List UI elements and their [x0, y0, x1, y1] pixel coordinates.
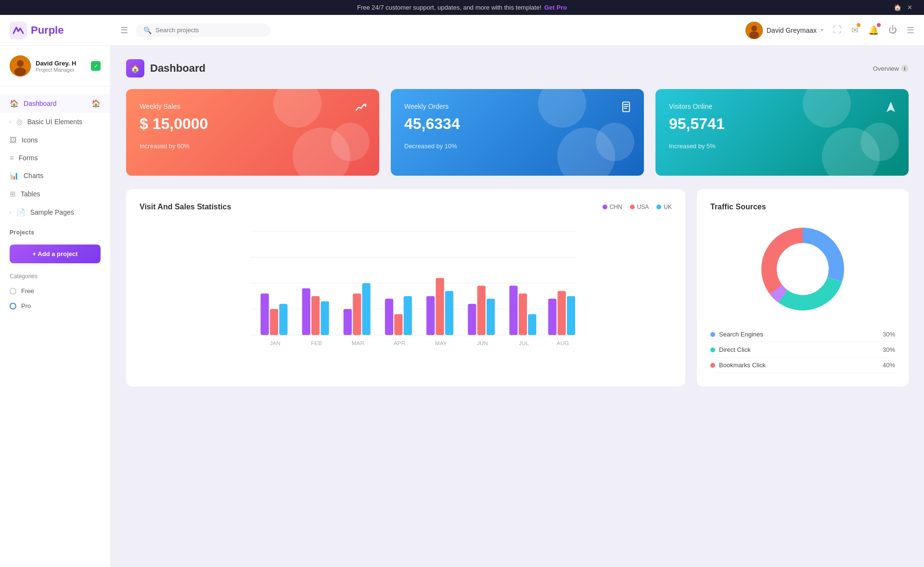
svg-rect-31 [436, 278, 444, 335]
legend-chn: CHN [603, 204, 622, 210]
page-header: 🏠 Dashboard Overview ℹ [126, 59, 909, 77]
logo-area: Purple [10, 22, 120, 39]
legend-label-usa: USA [637, 204, 649, 210]
category-pro[interactable]: Pro [0, 298, 110, 313]
user-area[interactable]: David Greymaax ▾ [745, 22, 823, 39]
svg-rect-18 [302, 288, 310, 335]
svg-rect-28 [404, 296, 412, 335]
overview-link[interactable]: Overview ℹ [873, 64, 909, 72]
sidebar-item-label: Icons [22, 136, 38, 144]
main-content: 🏠 Dashboard Overview ℹ [111, 46, 924, 567]
sidebar-item-basic-ui[interactable]: ‹ ◎ Basic UI Elements [0, 113, 110, 131]
sidebar-item-label: Tables [21, 190, 40, 198]
sidebar-item-dashboard[interactable]: 🏠 Dashboard 🏠 [0, 94, 110, 113]
chart-title: Visit And Sales Statistics [140, 203, 231, 211]
layout: David Grey. H Project Manager ✓ 🏠 Dashbo… [0, 46, 924, 567]
bell-badge [877, 23, 881, 27]
bookmarks-label: Bookmarks Click [719, 361, 766, 369]
sidebar-item-icons[interactable]: 🖼 Icons [0, 131, 110, 149]
add-project-button[interactable]: + Add a project [10, 245, 101, 263]
search-label: Search Engines [719, 331, 763, 338]
svg-rect-19 [311, 296, 320, 335]
donut-chart-header: Traffic Sources [710, 203, 895, 211]
bell-icon[interactable]: 🔔 [868, 25, 879, 36]
banner-home-icon[interactable]: 🏠 [894, 4, 901, 11]
svg-text:JUN: JUN [477, 340, 488, 347]
svg-rect-16 [279, 304, 287, 335]
legend-uk: UK [656, 204, 672, 210]
donut-chart-card: Traffic Sources [697, 189, 909, 387]
navbar-right: David Greymaax ▾ ⛶ ✉ 🔔 ⏻ ☰ [745, 22, 914, 39]
chart-header: Visit And Sales Statistics CHN USA UK [140, 203, 672, 211]
stat-label: Weekly Sales [140, 103, 366, 110]
svg-rect-22 [344, 309, 352, 335]
sidebar-item-label: Dashboard [24, 100, 57, 107]
stat-change: Increased by 5% [669, 142, 895, 150]
sidebar-item-sample-pages[interactable]: ‹ 📄 Sample Pages [0, 203, 110, 221]
legend-label-uk: UK [664, 204, 672, 210]
category-free[interactable]: Free [0, 284, 110, 298]
bar-chart-svg: JAN FEB MAR [140, 221, 672, 356]
navbar-center: ☰ 🔍 [120, 24, 745, 37]
svg-rect-34 [468, 304, 476, 335]
svg-rect-20 [321, 301, 329, 335]
avatar-img [745, 22, 763, 39]
mail-icon[interactable]: ✉ [851, 25, 859, 36]
chevron-down-icon: ▾ [821, 27, 823, 33]
fullscreen-icon[interactable]: ⛶ [833, 25, 842, 35]
image-icon: 🖼 [10, 136, 17, 144]
avatar [745, 22, 763, 39]
svg-text:MAR: MAR [352, 340, 364, 347]
stat-card-sales: Weekly Sales $ 15,0000 Increased by 60% [126, 89, 379, 176]
top-navbar: Purple ☰ 🔍 David Greymaax ▾ ⛶ ✉ � [0, 15, 924, 46]
category-label: Free [21, 287, 34, 295]
sidebar-item-forms[interactable]: ≡ Forms [0, 149, 110, 167]
user-profile: David Grey. H Project Manager ✓ [0, 55, 110, 87]
sidebar-item-label: Basic UI Elements [27, 118, 82, 126]
direct-dot [710, 348, 715, 352]
dashboard-icon-right: 🏠 [91, 99, 101, 108]
target-icon: ◎ [16, 117, 23, 126]
svg-rect-35 [477, 286, 486, 335]
profile-info: David Grey. H Project Manager [36, 60, 86, 73]
svg-rect-30 [426, 296, 435, 335]
svg-rect-38 [509, 286, 517, 335]
arrow-icon: ‹ [10, 119, 12, 125]
page-icon: 🏠 [126, 59, 144, 77]
search-pct: 30% [883, 331, 895, 338]
arrow-icon: ‹ [10, 209, 12, 215]
svg-point-6 [14, 67, 26, 76]
bookmarks-pct: 40% [883, 361, 895, 369]
legend-dot-chn [603, 205, 607, 209]
tables-icon: ⊞ [10, 190, 16, 198]
banner-close-icon[interactable]: ✕ [907, 4, 912, 11]
svg-rect-42 [548, 299, 556, 335]
profile-check: ✓ [91, 61, 101, 71]
get-pro-link[interactable]: Get Pro [544, 4, 567, 11]
list-icon[interactable]: ☰ [907, 25, 914, 36]
sidebar-item-charts[interactable]: 📊 Charts [0, 167, 110, 185]
chart-legend: CHN USA UK [603, 204, 672, 210]
legend-label-chn: CHN [610, 204, 622, 210]
svg-point-5 [17, 60, 24, 67]
bookmarks-dot [710, 363, 715, 368]
svg-rect-43 [558, 291, 566, 335]
svg-rect-14 [260, 294, 269, 335]
page-title-area: 🏠 Dashboard [126, 59, 205, 77]
mail-badge [857, 23, 860, 27]
hamburger-icon[interactable]: ☰ [120, 25, 128, 36]
card-decoration [331, 123, 370, 161]
svg-rect-36 [487, 299, 495, 335]
bar-chart-card: Visit And Sales Statistics CHN USA UK [126, 189, 685, 387]
sidebar-item-tables[interactable]: ⊞ Tables [0, 185, 110, 203]
legend-dot-uk [656, 205, 661, 209]
user-name: David Greymaax [767, 26, 817, 34]
traffic-item-bookmarks: Bookmarks Click 40% [710, 358, 895, 373]
search-input[interactable] [155, 26, 263, 34]
stat-card-visitors: Visitors Online 95,5741 Increased by 5% [655, 89, 909, 176]
stat-change: Decreased by 10% [404, 142, 630, 150]
power-icon[interactable]: ⏻ [888, 25, 897, 35]
search-bar[interactable]: 🔍 [136, 24, 270, 37]
search-dot [710, 332, 715, 337]
legend-dot-usa [630, 205, 635, 209]
